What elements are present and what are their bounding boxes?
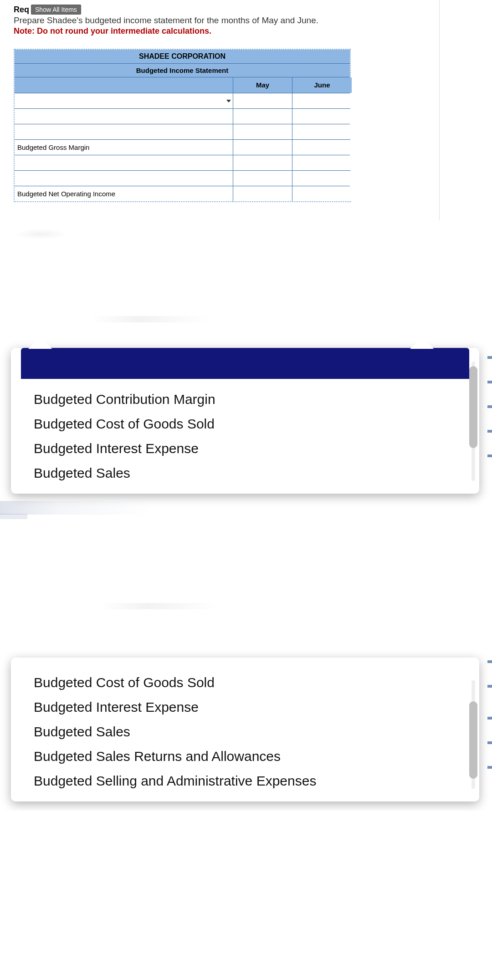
row-may-input[interactable] <box>233 186 292 201</box>
popover-pointer-icon <box>28 337 52 349</box>
dropdown-scrollbar[interactable] <box>469 362 477 481</box>
dropdown-scrollbar[interactable] <box>469 680 477 789</box>
req-line: Req Show All Items <box>14 5 425 15</box>
row-desc-input[interactable] <box>15 171 233 186</box>
row-label: Budgeted Net Operating Income <box>17 190 115 198</box>
row-desc-input[interactable] <box>15 124 233 139</box>
instruction-text: Prepare Shadee's budgeted income stateme… <box>14 15 425 26</box>
scrollbar-thumb[interactable] <box>469 366 477 448</box>
smudge-artifact <box>14 229 68 240</box>
smudge-artifact <box>91 316 210 322</box>
row-may-input[interactable] <box>233 171 292 186</box>
row-desc-static: Budgeted Net Operating Income <box>15 186 233 201</box>
show-all-items-button[interactable]: Show All Items <box>31 5 81 15</box>
dropdown-popover-1: Budgeted Contribution Margin Budgeted Co… <box>11 348 479 494</box>
tick-icon <box>487 685 492 688</box>
table-header-may: May <box>233 77 292 93</box>
smudge-artifact <box>100 603 219 609</box>
table-row <box>15 108 350 124</box>
table-row <box>15 155 350 170</box>
dropdown-option[interactable]: Budgeted Sales Returns and Allowances <box>34 744 461 769</box>
table-header-june: June <box>292 77 352 93</box>
dropdown-option[interactable]: Budgeted Sales <box>34 461 461 485</box>
tick-icon <box>487 405 492 408</box>
row-june-input[interactable] <box>292 109 352 124</box>
table-header-row: May June <box>15 77 350 93</box>
smudge-artifact <box>0 514 27 519</box>
row-may-input[interactable] <box>233 109 292 124</box>
note-text: Note: Do not round your intermediate cal… <box>14 26 425 36</box>
table-row <box>15 93 350 108</box>
row-desc-input[interactable] <box>15 109 233 124</box>
tick-icon <box>487 717 492 720</box>
row-june-input[interactable] <box>292 155 352 170</box>
dropdown-option[interactable]: Budgeted Selling and Administrative Expe… <box>34 769 461 793</box>
tick-icon <box>487 660 492 663</box>
tick-icon <box>487 356 492 359</box>
row-may-input[interactable] <box>233 93 292 108</box>
tick-icon <box>487 381 492 383</box>
tick-icon <box>487 454 492 457</box>
row-june-input[interactable] <box>292 186 352 201</box>
row-june-input[interactable] <box>292 171 352 186</box>
row-label: Budgeted Gross Margin <box>17 143 89 151</box>
income-statement-table: SHADEE CORPORATION Budgeted Income State… <box>14 49 351 202</box>
popover-pointer-icon <box>410 337 434 349</box>
table-header-desc <box>15 77 233 93</box>
row-june-input[interactable] <box>292 93 352 108</box>
row-desc-dropdown[interactable] <box>15 93 233 108</box>
gap-region <box>0 220 492 348</box>
row-may-input[interactable] <box>233 124 292 139</box>
dropdown-option[interactable]: Budgeted Interest Expense <box>34 436 461 461</box>
row-may-input[interactable] <box>233 155 292 170</box>
req-label: Req <box>14 5 29 15</box>
table-row <box>15 170 350 186</box>
dropdown-option[interactable]: Budgeted Cost of Goods Sold <box>34 670 461 695</box>
side-tick-marks <box>487 356 492 479</box>
row-may-input[interactable] <box>233 140 292 155</box>
table-row: Budgeted Gross Margin <box>15 139 350 155</box>
gap-region <box>0 494 492 658</box>
table-title-company: SHADEE CORPORATION <box>15 50 350 64</box>
smudge-artifact <box>0 501 191 515</box>
table-row: Budgeted Net Operating Income <box>15 186 350 201</box>
tick-icon <box>487 430 492 433</box>
row-june-input[interactable] <box>292 140 352 155</box>
row-june-input[interactable] <box>292 124 352 139</box>
dropdown-option[interactable]: Budgeted Sales <box>34 720 461 744</box>
table-title-statement: Budgeted Income Statement <box>15 64 350 77</box>
tick-icon <box>487 766 492 769</box>
dropdown-selected-bar[interactable] <box>21 348 469 379</box>
chevron-down-icon <box>226 100 231 102</box>
question-panel: Req Show All Items Prepare Shadee's budg… <box>0 0 440 220</box>
tick-icon <box>487 741 492 744</box>
table-row <box>15 124 350 139</box>
scrollbar-thumb[interactable] <box>469 701 477 779</box>
dropdown-option[interactable]: Budgeted Interest Expense <box>34 695 461 720</box>
dropdown-option[interactable]: Budgeted Contribution Margin <box>34 387 461 412</box>
row-desc-input[interactable] <box>15 155 233 170</box>
dropdown-popover-2: Budgeted Cost of Goods Sold Budgeted Int… <box>11 658 479 801</box>
row-desc-static: Budgeted Gross Margin <box>15 140 233 155</box>
side-tick-marks <box>487 660 492 791</box>
dropdown-option[interactable]: Budgeted Cost of Goods Sold <box>34 412 461 436</box>
